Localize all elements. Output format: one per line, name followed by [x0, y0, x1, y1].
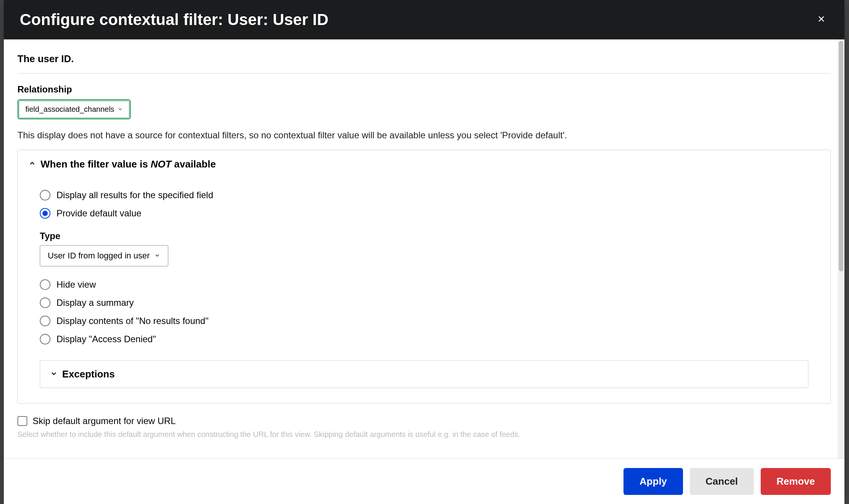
modal-footer: Apply Cancel Remove — [4, 459, 844, 504]
remove-button[interactable]: Remove — [761, 468, 831, 495]
radio-no-results[interactable]: Display contents of "No results found" — [40, 312, 808, 330]
type-label: Type — [40, 231, 808, 241]
close-icon — [817, 14, 826, 25]
radio-icon — [40, 190, 50, 200]
radio-access-denied[interactable]: Display "Access Denied" — [40, 330, 808, 348]
when-not-available-summary[interactable]: When the filter value is NOT available — [18, 150, 830, 178]
scrollbar-track[interactable] — [838, 39, 844, 459]
chevron-down-icon — [117, 105, 123, 114]
chevron-down-icon — [154, 251, 160, 261]
radio-display-summary[interactable]: Display a summary — [40, 294, 808, 312]
exceptions-box: Exceptions — [40, 360, 808, 388]
configure-filter-modal: Configure contextual filter: User: User … — [4, 0, 844, 504]
apply-button[interactable]: Apply — [623, 468, 683, 495]
radio-label: Display a summary — [56, 297, 134, 308]
when-not-available-box: When the filter value is NOT available D… — [17, 150, 831, 404]
when-title-not: NOT — [150, 158, 171, 170]
modal-header: Configure contextual filter: User: User … — [4, 0, 844, 39]
skip-default-label: Skip default argument for view URL — [33, 416, 176, 426]
radio-label: Provide default value — [56, 208, 141, 219]
radio-icon — [40, 279, 50, 290]
relationship-select[interactable]: field_associated_channels — [19, 101, 129, 118]
relationship-select-value: field_associated_channels — [25, 105, 114, 114]
radio-label: Display contents of "No results found" — [56, 316, 208, 326]
radio-hide-view[interactable]: Hide view — [40, 275, 808, 294]
user-id-legend: The user ID. — [17, 50, 831, 74]
scrollbar-thumb[interactable] — [839, 41, 843, 271]
when-title-prefix: When the filter value is — [41, 158, 150, 170]
radio-icon — [40, 316, 50, 326]
modal-title: Configure contextual filter: User: User … — [20, 11, 328, 29]
type-block: Type User ID from logged in user — [40, 231, 808, 266]
radio-icon — [40, 334, 50, 344]
close-button[interactable] — [814, 11, 829, 29]
skip-default-row[interactable]: Skip default argument for view URL — [17, 416, 831, 426]
radio-label: Hide view — [56, 279, 96, 290]
chevron-right-icon — [50, 368, 58, 380]
skip-default-hint: Select whether to include this default a… — [17, 430, 831, 439]
when-title-suffix: available — [171, 158, 216, 170]
radio-display-all[interactable]: Display all results for the specified fi… — [40, 186, 808, 204]
cancel-button[interactable]: Cancel — [690, 468, 754, 495]
relationship-section: Relationship field_associated_channels — [17, 84, 831, 119]
type-select-value: User ID from logged in user — [48, 251, 150, 261]
exceptions-title: Exceptions — [62, 368, 115, 380]
info-text: This display does not have a source for … — [17, 130, 831, 141]
radio-icon — [40, 297, 50, 308]
radio-icon — [40, 208, 50, 219]
when-not-available-content: Display all results for the specified fi… — [18, 178, 830, 403]
radio-label: Display all results for the specified fi… — [56, 190, 213, 200]
radio-provide-default[interactable]: Provide default value — [40, 204, 808, 222]
chevron-down-icon — [28, 160, 36, 169]
exceptions-summary[interactable]: Exceptions — [40, 361, 808, 388]
type-select[interactable]: User ID from logged in user — [40, 245, 168, 266]
radio-label: Display "Access Denied" — [56, 334, 156, 344]
checkbox-icon — [17, 416, 27, 426]
relationship-select-focus-ring: field_associated_channels — [17, 99, 131, 119]
relationship-label: Relationship — [17, 84, 831, 95]
modal-body: The user ID. Relationship field_associat… — [4, 39, 844, 459]
